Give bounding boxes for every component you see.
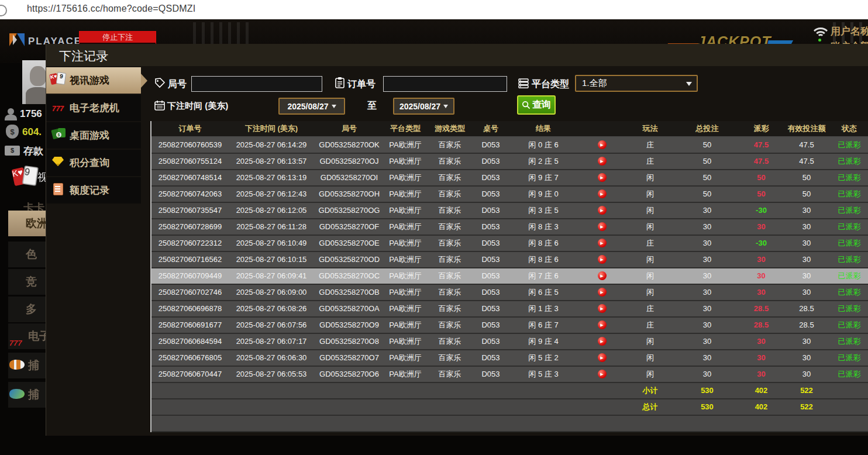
result-cell: 闲 5 庄 2 (508, 350, 578, 366)
bet-cell: 30 (675, 301, 739, 316)
bet-cell: 30 (675, 236, 739, 251)
game-cell: 百家乐 (426, 252, 473, 267)
table-row[interactable]: 2508270607485142025-08-27 06:13:19GD0532… (151, 170, 868, 187)
time-cell: 2025-08-27 06:11:28 (229, 219, 314, 235)
order-cell: 250827060696878 (151, 301, 229, 316)
table-row[interactable]: 2508270607165622025-08-27 06:10:15GD0532… (151, 252, 868, 268)
playace-logo-icon (9, 33, 25, 46)
table-row[interactable]: 2508270607223122025-08-27 06:10:49GD0532… (151, 236, 868, 252)
platform-cell: PA欧洲厅 (384, 367, 426, 382)
play-icon[interactable]: ▶ (598, 271, 607, 280)
table-row[interactable]: 2508270607027462025-08-27 06:09:00GD0532… (151, 285, 868, 301)
side-cell: 闲 (625, 334, 675, 349)
browser-address-bar[interactable]: https://175616.cc/home?code=QSDMZI (0, 0, 868, 20)
reload-icon[interactable] (0, 5, 7, 16)
platform-select[interactable]: 1.全部 (575, 75, 698, 92)
table-row[interactable]: 2508270606916772025-08-27 06:07:56GD0532… (151, 318, 868, 334)
round-cell: GD053258270OA (314, 301, 384, 316)
play-icon[interactable]: ▶ (598, 239, 607, 247)
status-cell: 已派彩 (830, 285, 868, 300)
backdrop-menu-item[interactable]: 捕 (8, 382, 46, 408)
play-icon[interactable]: ▶ (598, 222, 607, 231)
total-payout: 402 (739, 399, 783, 415)
valid-bet-cell: 50 (783, 170, 830, 185)
side-cell: 庄 (625, 236, 675, 251)
table-row[interactable]: 2508270606845942025-08-27 06:07:17GD0532… (151, 334, 868, 350)
status-cell: 已派彩 (830, 170, 868, 185)
balance-value: 604. (22, 126, 42, 138)
column-header: 订单号 (151, 121, 229, 136)
bet-cell: 30 (675, 318, 739, 333)
backdrop-menu-item[interactable]: 捕 (8, 353, 46, 378)
order-input[interactable] (383, 76, 507, 92)
play-icon[interactable]: ▶ (598, 320, 607, 329)
backdrop-menu-item[interactable]: 777电子 (8, 323, 46, 349)
table-row[interactable]: 2508270606768052025-08-27 06:06:30GD0532… (151, 350, 868, 367)
bet-cell: 30 (675, 350, 739, 366)
table-row[interactable]: 2508270607355472025-08-27 06:12:05GD0532… (151, 203, 868, 219)
modal-menu: K♥9视讯游戏777电子老虎机$桌面游戏积分查询额度记录 (46, 67, 141, 205)
table-games-icon: $ (51, 128, 65, 140)
result-cell: 闲 8 庄 6 (508, 252, 578, 267)
table-row[interactable]: 2508270607605392025-08-27 06:14:29GD0532… (151, 137, 868, 154)
sidebar-item-cards[interactable]: K♥9视讯游戏 (46, 67, 141, 94)
platform-cell: PA欧洲厅 (384, 285, 426, 300)
chevron-down-icon (443, 105, 448, 108)
table-row[interactable]: 2508270606968782025-08-27 06:08:26GD0532… (151, 301, 868, 318)
sidebar-item-gem[interactable]: 积分查询 (46, 150, 141, 176)
round-cell: GD053258270OI (314, 170, 384, 185)
play-icon[interactable]: ▶ (598, 288, 607, 297)
valid-bet-cell: 30 (783, 334, 830, 349)
platform-label: 平台类型 (532, 78, 569, 91)
subtotal-valid: 522 (783, 383, 830, 398)
table-row[interactable]: 2508270606704472025-08-27 06:05:53GD0532… (151, 367, 868, 383)
column-header: 总投注 (675, 121, 739, 136)
date-to-picker[interactable]: 2025/08/27 (393, 98, 454, 115)
column-header: 下注时间 (美东) (229, 121, 314, 136)
backdrop-menu-item[interactable]: 色 (8, 242, 46, 267)
url-text[interactable]: https://175616.cc/home?code=QSDMZI (27, 4, 195, 14)
deposit-icon: $ (5, 146, 20, 156)
play-icon[interactable]: ▶ (598, 206, 607, 215)
play-icon[interactable]: ▶ (598, 140, 607, 149)
play-icon[interactable]: ▶ (598, 370, 607, 378)
sidebar-item-doc[interactable]: 额度记录 (46, 177, 141, 204)
side-cell: 闲 (625, 350, 675, 366)
table-row[interactable]: 2508270607286992025-08-27 06:11:28GD0532… (151, 219, 868, 236)
backdrop-menu-item[interactable]: 竞 (8, 269, 46, 295)
table-cell: D053 (473, 170, 508, 185)
sidebar-item-slots[interactable]: 777电子老虎机 (46, 95, 141, 121)
play-icon[interactable]: ▶ (598, 157, 607, 166)
deposit-button[interactable]: 存款 (23, 144, 43, 158)
sidebar-item-table[interactable]: $桌面游戏 (46, 122, 141, 149)
game-cell: 百家乐 (426, 219, 473, 235)
backdrop-menu-label: 捕 (28, 382, 39, 408)
play-icon[interactable]: ▶ (598, 189, 607, 198)
backdrop-menu-item[interactable]: 欧洲 (8, 211, 46, 236)
date-from-picker[interactable]: 2025/08/27 (278, 98, 345, 115)
play-icon[interactable]: ▶ (598, 353, 607, 362)
column-header: 平台类型 (384, 121, 426, 136)
platform-cell: PA欧洲厅 (384, 219, 426, 235)
valid-bet-cell: 30 (783, 252, 830, 267)
bet-cell: 30 (675, 219, 739, 235)
round-input[interactable] (191, 76, 322, 92)
payout-cell: 30 (739, 252, 783, 267)
table-row[interactable]: 2508270607551242025-08-27 06:13:57GD0532… (151, 154, 868, 170)
round-label: 局号 (168, 78, 187, 91)
game-cell: 百家乐 (426, 137, 473, 153)
play-icon[interactable]: ▶ (598, 337, 607, 346)
table-row[interactable]: 2508270607094492025-08-27 06:09:41GD0532… (151, 268, 868, 285)
search-button[interactable]: 查询 (517, 95, 556, 115)
search-button-label: 查询 (532, 99, 551, 111)
wifi-icon (811, 27, 831, 40)
bet-records-modal: 下注记录 K♥9视讯游戏777电子老虎机$桌面游戏积分查询额度记录 局号 订单号… (46, 44, 868, 436)
table-row[interactable]: 2508270607420632025-08-27 06:12:43GD0532… (151, 187, 868, 203)
play-icon[interactable]: ▶ (598, 304, 607, 313)
total-label: 总计 (625, 399, 675, 415)
platform-selected-value: 1.全部 (582, 78, 607, 89)
play-icon[interactable]: ▶ (598, 255, 607, 264)
backdrop-menu-item[interactable]: 多 (8, 297, 46, 322)
valid-bet-cell: 30 (783, 350, 830, 366)
play-icon[interactable]: ▶ (598, 173, 607, 182)
